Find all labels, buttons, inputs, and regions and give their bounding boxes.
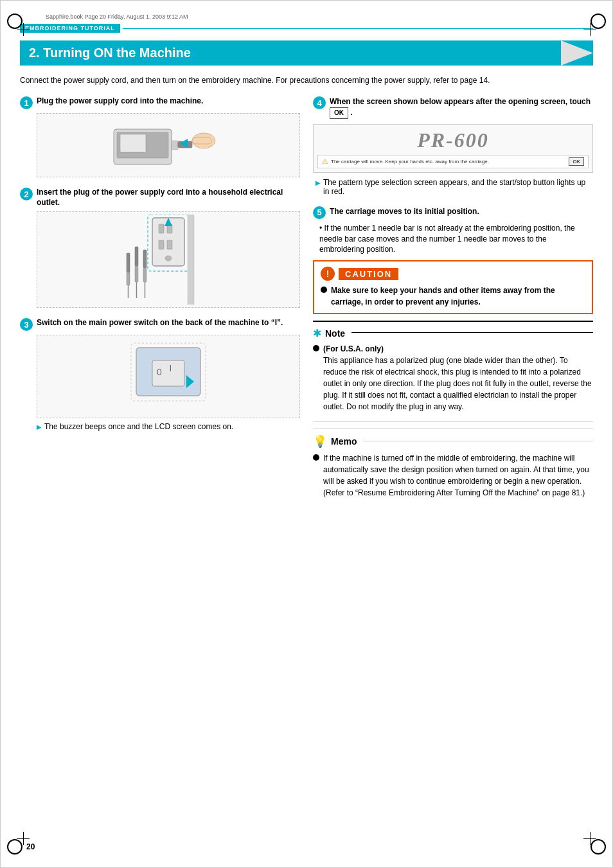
memo-content: If the machine is turned off in the midd… <box>313 452 593 499</box>
step1-text: Plug the power supply cord into the mach… <box>37 96 203 107</box>
triangle-bullet-2: ▶ <box>315 179 321 186</box>
step3-number: 3 <box>20 318 33 331</box>
pr600-screen-box: PR-600 ⚠ The carriage will move. Keep yo… <box>313 124 593 173</box>
note-title: Note <box>325 328 345 339</box>
note-text: This appliance has a polarized plug (one… <box>323 356 592 411</box>
crosshair-tl <box>17 23 30 36</box>
svg-rect-21 <box>143 250 147 268</box>
svg-rect-11 <box>159 240 164 249</box>
memo-icon: 💡 <box>313 434 327 448</box>
step4-number: 4 <box>313 96 326 109</box>
caution-text-row: Make sure to keep your hands and other i… <box>321 285 585 308</box>
svg-rect-19 <box>135 266 138 282</box>
memo-box: 💡 Memo If the machine is turned off in t… <box>313 429 593 504</box>
memo-header: 💡 Memo <box>313 434 593 448</box>
step3-header: 3 Switch on the main power switch on the… <box>20 318 300 331</box>
step4-block: 4 When the screen shown below appears af… <box>313 96 593 196</box>
crosshair-tr <box>583 23 596 36</box>
two-column-layout: 1 Plug the power supply cord into the ma… <box>20 96 593 504</box>
chapter-title: 2. Turning ON the Machine <box>29 46 191 60</box>
step4-text: When the screen shown below appears afte… <box>330 96 593 119</box>
step1-number: 1 <box>20 96 33 109</box>
col-left: 1 Plug the power supply cord into the ma… <box>20 96 300 504</box>
svg-point-13 <box>165 256 172 261</box>
step4-header: 4 When the screen shown below appears af… <box>313 96 593 119</box>
memo-title: Memo <box>331 436 357 447</box>
step2-header: 2 Insert the plug of the power supply co… <box>20 188 300 208</box>
svg-text:0: 0 <box>157 367 162 377</box>
switch-svg: 0 | <box>117 338 220 415</box>
step2-number: 2 <box>20 188 33 200</box>
step3-block: 3 Switch on the main power switch on the… <box>20 318 300 431</box>
caution-header: ! CAUTION <box>321 267 585 281</box>
crosshair-br <box>583 832 596 845</box>
chapter-title-arrow <box>561 40 593 66</box>
step2-text: Insert the plug of the power supply cord… <box>37 188 300 208</box>
memo-text: If the machine is turned off in the midd… <box>323 452 593 499</box>
step5-header: 5 The carriage moves to its initial posi… <box>313 206 593 219</box>
note-snowflake-icon: ✱ <box>313 327 321 339</box>
step5-bullet: • If the number 1 needle bar is not alre… <box>319 223 593 255</box>
buzzer-note: ▶ The buzzer beeps once and the LCD scre… <box>37 422 300 431</box>
step5-block: 5 The carriage moves to its initial posi… <box>313 206 593 255</box>
caution-title: CAUTION <box>339 268 398 280</box>
buzzer-note-text: The buzzer beeps once and the LCD screen… <box>44 422 233 431</box>
step1-block: 1 Plug the power supply cord into the ma… <box>20 96 300 177</box>
note-underline <box>351 332 593 333</box>
section-label-line <box>123 28 593 29</box>
note-region-label: (For U.S.A. only) <box>323 344 384 353</box>
svg-rect-25 <box>188 215 194 305</box>
pr600-warning-bar: ⚠ The carriage will move. Keep your hand… <box>317 155 589 168</box>
caution-text: Make sure to keep your hands and other i… <box>331 285 585 308</box>
step1-header: 1 Plug the power supply cord into the ma… <box>20 96 300 109</box>
svg-rect-16 <box>127 272 130 285</box>
pr600-ok-button: OK <box>569 157 584 166</box>
caution-icon: ! <box>321 267 335 281</box>
svg-text:|: | <box>170 364 172 371</box>
memo-bullet <box>313 454 319 461</box>
step3-illustration: 0 | <box>37 335 300 418</box>
section-label: EMBROIDERING TUTORIAL <box>20 24 120 33</box>
page-number: 20 <box>26 842 35 851</box>
col-right: 4 When the screen shown below appears af… <box>313 96 593 504</box>
svg-rect-3 <box>172 141 178 150</box>
memo-underline <box>363 441 593 441</box>
section-label-bar: EMBROIDERING TUTORIAL <box>20 24 593 33</box>
svg-rect-15 <box>127 253 130 272</box>
chapter-title-box: 2. Turning ON the Machine <box>20 40 593 66</box>
pr600-logo: PR-600 <box>317 128 589 152</box>
page-container: Sapphire.book Page 20 Friday, August 1, … <box>0 0 613 868</box>
svg-rect-18 <box>135 247 138 266</box>
ok-button-inline: OK <box>330 107 348 119</box>
black-bullet <box>321 287 327 293</box>
warning-triangle-icon: ⚠ <box>322 157 328 166</box>
note-bullet <box>313 345 319 351</box>
outlet-svg <box>117 215 220 305</box>
svg-rect-5 <box>192 137 211 144</box>
step5-text: The carriage moves to its initial positi… <box>330 206 479 217</box>
triangle-bullet: ▶ <box>37 423 42 430</box>
intro-text: Connect the power supply cord, and then … <box>20 75 593 86</box>
step3-text: Switch on the main power switch on the b… <box>37 318 283 328</box>
svg-rect-9 <box>159 224 164 233</box>
caution-box: ! CAUTION Make sure to keep your hands a… <box>313 260 593 314</box>
svg-rect-22 <box>143 268 147 282</box>
file-info: Sapphire.book Page 20 Friday, August 1, … <box>20 13 593 20</box>
note-content: (For U.S.A. only) This appliance has a p… <box>313 343 593 412</box>
note-box: ✱ Note (For U.S.A. only) This appliance … <box>313 321 593 422</box>
note-header: ✱ Note <box>313 327 593 339</box>
pattern-note-text: The pattern type selection screen appear… <box>323 178 593 196</box>
svg-rect-2 <box>120 134 146 152</box>
plug-machine-svg <box>111 116 226 174</box>
pattern-note: ▶ The pattern type selection screen appe… <box>315 178 593 196</box>
step5-number: 5 <box>313 206 326 219</box>
pr600-warning-text: The carriage will move. Keep your hands … <box>331 159 489 164</box>
step2-illustration <box>37 211 300 308</box>
svg-rect-12 <box>167 240 172 249</box>
step1-illustration <box>37 113 300 177</box>
step2-block: 2 Insert the plug of the power supply co… <box>20 188 300 308</box>
